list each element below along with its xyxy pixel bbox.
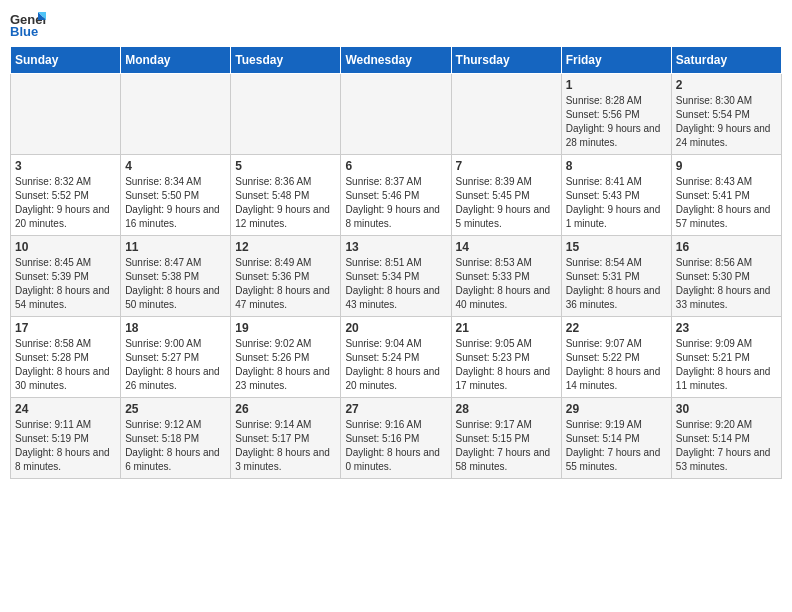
day-number: 3 [15,159,116,173]
day-number: 11 [125,240,226,254]
day-info: Sunrise: 8:37 AM Sunset: 5:46 PM Dayligh… [345,175,446,231]
calendar-cell: 24Sunrise: 9:11 AM Sunset: 5:19 PM Dayli… [11,398,121,479]
day-number: 30 [676,402,777,416]
day-info: Sunrise: 8:49 AM Sunset: 5:36 PM Dayligh… [235,256,336,312]
day-info: Sunrise: 9:07 AM Sunset: 5:22 PM Dayligh… [566,337,667,393]
day-info: Sunrise: 9:04 AM Sunset: 5:24 PM Dayligh… [345,337,446,393]
calendar-cell: 13Sunrise: 8:51 AM Sunset: 5:34 PM Dayli… [341,236,451,317]
day-info: Sunrise: 9:12 AM Sunset: 5:18 PM Dayligh… [125,418,226,474]
week-row-0: 1Sunrise: 8:28 AM Sunset: 5:56 PM Daylig… [11,74,782,155]
day-number: 24 [15,402,116,416]
day-number: 16 [676,240,777,254]
calendar-table: SundayMondayTuesdayWednesdayThursdayFrid… [10,46,782,479]
day-number: 1 [566,78,667,92]
calendar-cell: 5Sunrise: 8:36 AM Sunset: 5:48 PM Daylig… [231,155,341,236]
week-row-3: 17Sunrise: 8:58 AM Sunset: 5:28 PM Dayli… [11,317,782,398]
day-number: 17 [15,321,116,335]
day-number: 21 [456,321,557,335]
day-info: Sunrise: 8:53 AM Sunset: 5:33 PM Dayligh… [456,256,557,312]
weekday-wednesday: Wednesday [341,47,451,74]
day-number: 26 [235,402,336,416]
calendar-cell [121,74,231,155]
week-row-4: 24Sunrise: 9:11 AM Sunset: 5:19 PM Dayli… [11,398,782,479]
day-info: Sunrise: 9:16 AM Sunset: 5:16 PM Dayligh… [345,418,446,474]
calendar-cell: 15Sunrise: 8:54 AM Sunset: 5:31 PM Dayli… [561,236,671,317]
day-number: 22 [566,321,667,335]
calendar-cell: 25Sunrise: 9:12 AM Sunset: 5:18 PM Dayli… [121,398,231,479]
day-number: 28 [456,402,557,416]
calendar-cell [11,74,121,155]
day-info: Sunrise: 9:17 AM Sunset: 5:15 PM Dayligh… [456,418,557,474]
calendar-cell: 7Sunrise: 8:39 AM Sunset: 5:45 PM Daylig… [451,155,561,236]
calendar-cell: 27Sunrise: 9:16 AM Sunset: 5:16 PM Dayli… [341,398,451,479]
day-number: 14 [456,240,557,254]
weekday-monday: Monday [121,47,231,74]
calendar-cell: 29Sunrise: 9:19 AM Sunset: 5:14 PM Dayli… [561,398,671,479]
day-number: 19 [235,321,336,335]
calendar-cell: 1Sunrise: 8:28 AM Sunset: 5:56 PM Daylig… [561,74,671,155]
day-info: Sunrise: 8:36 AM Sunset: 5:48 PM Dayligh… [235,175,336,231]
weekday-header-row: SundayMondayTuesdayWednesdayThursdayFrid… [11,47,782,74]
day-info: Sunrise: 8:51 AM Sunset: 5:34 PM Dayligh… [345,256,446,312]
calendar-cell: 2Sunrise: 8:30 AM Sunset: 5:54 PM Daylig… [671,74,781,155]
day-info: Sunrise: 8:43 AM Sunset: 5:41 PM Dayligh… [676,175,777,231]
calendar-cell [451,74,561,155]
day-info: Sunrise: 8:47 AM Sunset: 5:38 PM Dayligh… [125,256,226,312]
calendar-cell: 19Sunrise: 9:02 AM Sunset: 5:26 PM Dayli… [231,317,341,398]
calendar-cell: 3Sunrise: 8:32 AM Sunset: 5:52 PM Daylig… [11,155,121,236]
week-row-2: 10Sunrise: 8:45 AM Sunset: 5:39 PM Dayli… [11,236,782,317]
day-info: Sunrise: 8:45 AM Sunset: 5:39 PM Dayligh… [15,256,116,312]
logo: General Blue [10,10,46,40]
calendar-cell: 26Sunrise: 9:14 AM Sunset: 5:17 PM Dayli… [231,398,341,479]
day-number: 5 [235,159,336,173]
calendar-cell: 30Sunrise: 9:20 AM Sunset: 5:14 PM Dayli… [671,398,781,479]
day-info: Sunrise: 8:34 AM Sunset: 5:50 PM Dayligh… [125,175,226,231]
calendar-cell: 18Sunrise: 9:00 AM Sunset: 5:27 PM Dayli… [121,317,231,398]
day-info: Sunrise: 8:58 AM Sunset: 5:28 PM Dayligh… [15,337,116,393]
weekday-thursday: Thursday [451,47,561,74]
day-info: Sunrise: 9:19 AM Sunset: 5:14 PM Dayligh… [566,418,667,474]
calendar-cell: 14Sunrise: 8:53 AM Sunset: 5:33 PM Dayli… [451,236,561,317]
weekday-tuesday: Tuesday [231,47,341,74]
calendar-cell: 20Sunrise: 9:04 AM Sunset: 5:24 PM Dayli… [341,317,451,398]
logo-icon: General Blue [10,10,46,40]
calendar-cell [341,74,451,155]
calendar-cell: 8Sunrise: 8:41 AM Sunset: 5:43 PM Daylig… [561,155,671,236]
calendar-cell: 10Sunrise: 8:45 AM Sunset: 5:39 PM Dayli… [11,236,121,317]
day-info: Sunrise: 9:00 AM Sunset: 5:27 PM Dayligh… [125,337,226,393]
page-header: General Blue [10,10,782,40]
day-info: Sunrise: 9:05 AM Sunset: 5:23 PM Dayligh… [456,337,557,393]
calendar-cell: 9Sunrise: 8:43 AM Sunset: 5:41 PM Daylig… [671,155,781,236]
day-number: 23 [676,321,777,335]
day-number: 18 [125,321,226,335]
calendar-cell: 17Sunrise: 8:58 AM Sunset: 5:28 PM Dayli… [11,317,121,398]
day-number: 25 [125,402,226,416]
calendar-cell: 16Sunrise: 8:56 AM Sunset: 5:30 PM Dayli… [671,236,781,317]
weekday-saturday: Saturday [671,47,781,74]
day-number: 7 [456,159,557,173]
day-number: 6 [345,159,446,173]
day-info: Sunrise: 9:14 AM Sunset: 5:17 PM Dayligh… [235,418,336,474]
weekday-friday: Friday [561,47,671,74]
day-number: 27 [345,402,446,416]
day-number: 4 [125,159,226,173]
week-row-1: 3Sunrise: 8:32 AM Sunset: 5:52 PM Daylig… [11,155,782,236]
svg-text:Blue: Blue [10,24,38,39]
calendar-cell [231,74,341,155]
day-number: 12 [235,240,336,254]
day-info: Sunrise: 9:20 AM Sunset: 5:14 PM Dayligh… [676,418,777,474]
calendar-cell: 28Sunrise: 9:17 AM Sunset: 5:15 PM Dayli… [451,398,561,479]
day-number: 9 [676,159,777,173]
day-info: Sunrise: 8:41 AM Sunset: 5:43 PM Dayligh… [566,175,667,231]
day-number: 15 [566,240,667,254]
day-info: Sunrise: 8:54 AM Sunset: 5:31 PM Dayligh… [566,256,667,312]
day-number: 29 [566,402,667,416]
day-number: 13 [345,240,446,254]
day-number: 8 [566,159,667,173]
calendar-cell: 12Sunrise: 8:49 AM Sunset: 5:36 PM Dayli… [231,236,341,317]
calendar-cell: 6Sunrise: 8:37 AM Sunset: 5:46 PM Daylig… [341,155,451,236]
day-info: Sunrise: 8:56 AM Sunset: 5:30 PM Dayligh… [676,256,777,312]
day-info: Sunrise: 9:02 AM Sunset: 5:26 PM Dayligh… [235,337,336,393]
day-info: Sunrise: 8:32 AM Sunset: 5:52 PM Dayligh… [15,175,116,231]
day-number: 20 [345,321,446,335]
